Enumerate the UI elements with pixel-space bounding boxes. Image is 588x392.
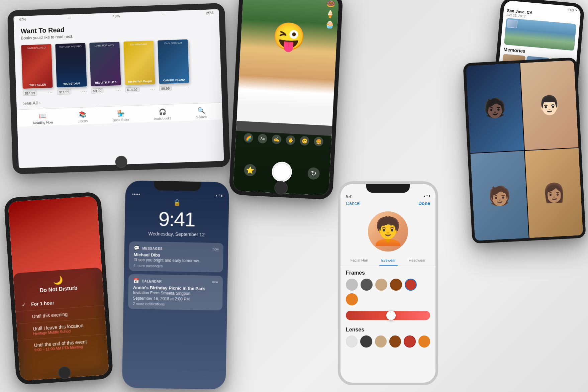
brush-tool[interactable]: ✍️ — [272, 134, 281, 144]
frames-color-slider — [340, 311, 435, 325]
status-left: 47% — [19, 17, 26, 22]
hand-icon: 🖐 — [288, 137, 294, 143]
list-item[interactable]: Elin Hilderbrand The Perfect Couple $14.… — [123, 40, 155, 92]
book-price-5[interactable]: $9.99 — [159, 86, 172, 91]
tab-audiobooks[interactable]: 🎧 Audiobooks — [154, 108, 171, 121]
book-price-1[interactable]: $14.99 — [23, 90, 37, 96]
facetime-tile-4[interactable]: 👩🏽 — [525, 148, 583, 238]
book-cover-1[interactable]: DAVID BALDACCI THE FALLEN — [21, 44, 53, 89]
slider-track[interactable] — [346, 311, 430, 320]
lens-swatch-tan[interactable] — [375, 335, 387, 348]
photos-location-photo[interactable] — [504, 18, 576, 51]
lens-swatch-orange[interactable] — [418, 335, 430, 348]
lenses-label: Lenses — [340, 325, 435, 335]
camera-subject: 😜 — [236, 0, 339, 136]
sticker-tool[interactable]: 🍔 — [314, 136, 323, 146]
memoji-status-icons: ▲ ᵂ ▮ — [423, 195, 430, 199]
text-tool[interactable]: Aa — [258, 133, 267, 143]
frames-color-options — [340, 279, 435, 311]
tab-book-store[interactable]: 🏪 Book Store — [112, 109, 129, 122]
color-swatch-orange[interactable] — [346, 293, 358, 305]
lens-swatch-red[interactable] — [404, 335, 415, 348]
lens-swatch-brown[interactable] — [389, 335, 401, 348]
book-dots-3[interactable]: ··· — [116, 87, 121, 93]
location-thumbnail — [507, 19, 517, 28]
tab-facial-hair[interactable]: Facial Hair — [349, 256, 370, 266]
lenses-color-options — [340, 335, 435, 348]
book-price-row-3: $9.99 ··· — [91, 87, 121, 94]
color-swatch-brown[interactable] — [390, 279, 402, 291]
iphone-camera-screen: 😜 🍩 🍦 🧁 🌈 Aa ✍️ — [233, 0, 339, 196]
lock-carrier: ●●●●● — [132, 193, 140, 196]
camera-tools-row: 🌈 Aa ✍️ 🖐 😊 🍔 — [243, 133, 323, 146]
photos-status-count: 203 > — [568, 8, 577, 12]
book-dots-5[interactable]: ··· — [184, 85, 189, 91]
tab-headwear[interactable]: Headwear — [407, 256, 427, 266]
lens-swatch-darkgray[interactable] — [360, 335, 372, 348]
cake-sticker: 🧁 — [325, 20, 334, 29]
book-dots-2[interactable]: ··· — [82, 88, 87, 94]
book-price-row-5: $9.99 ··· — [159, 85, 190, 91]
emoji-face-tool[interactable]: 😊 — [300, 136, 309, 145]
book-dots-1[interactable]: ··· — [48, 90, 53, 95]
camera-flip-button[interactable]: ↻ — [307, 167, 320, 180]
facetime-tile-3[interactable]: 🧑🏽 — [470, 151, 528, 241]
hand-tool[interactable]: 🖐 — [286, 135, 295, 145]
notification-calendar[interactable]: 📅 CALENDAR now Annie's Birthday Picnic i… — [128, 274, 223, 310]
tab-reading-now[interactable]: 📖 Reading Now — [32, 112, 53, 125]
text-icon: Aa — [260, 136, 265, 140]
book-price-4[interactable]: $14.99 — [125, 87, 139, 92]
flip-icon: ↻ — [311, 169, 317, 178]
camera-stickers-overlay: 🍩 🍦 🧁 — [325, 0, 335, 29]
list-item[interactable]: DAVID BALDACCI THE FALLEN $14.99 ··· — [21, 44, 53, 96]
status-mid: 43% — [112, 14, 120, 18]
lens-swatch-clear[interactable] — [346, 335, 358, 348]
calendar-icon: 📅 — [133, 278, 139, 283]
notification-messages[interactable]: 💬 MESSAGES now Michael Dibs I'll see you… — [129, 241, 223, 273]
ipad-home-button[interactable] — [115, 156, 127, 168]
slider-thumb[interactable] — [386, 311, 396, 320]
book-title-4: The Perfect Couple — [125, 78, 155, 85]
iphone-lock-screen: ●●●●● ▲ ᵂ ▮ 🔓 9:41 Wednesday, September … — [122, 180, 229, 389]
frames-label: Frames — [340, 266, 435, 279]
person-2-avatar: 👨🏻 — [520, 60, 578, 150]
tab-eyewear[interactable]: Eyewear — [379, 256, 398, 266]
facetime-tile-1[interactable]: 🧑🏿 — [466, 63, 524, 153]
color-swatch-tan[interactable] — [375, 279, 387, 291]
camera-shutter-button[interactable] — [271, 161, 292, 182]
color-swatch-silver[interactable] — [346, 279, 358, 291]
book-cover-2[interactable]: VICTORIA AVEYARD WAR STORM — [55, 43, 87, 87]
notif-calendar-header: 📅 CALENDAR now — [133, 278, 218, 285]
color-swatch-darkgray[interactable] — [361, 279, 373, 291]
ipad-books-device: 47% ··· 43% ··· 25% Want To Read Books y… — [7, 3, 230, 174]
book-price-row-1: $14.99 ··· — [23, 90, 53, 96]
dnd-option-2-label: Until this evening — [32, 312, 68, 319]
camera-effects-button[interactable]: ⭐ — [244, 164, 257, 177]
book-title-2: WAR STORM — [57, 81, 87, 88]
memoji-cancel-button[interactable]: Cancel — [346, 201, 361, 206]
color-swatch-red[interactable] — [405, 279, 417, 291]
memoji-done-button[interactable]: Done — [418, 201, 430, 206]
messages-icon: 💬 — [134, 245, 139, 251]
tab-library[interactable]: 📚 Library — [77, 111, 88, 123]
book-price-3[interactable]: $9.99 — [91, 88, 104, 93]
person-3-avatar: 🧑🏽 — [470, 151, 528, 241]
iphone-memoji-screen: 9:41 ▲ ᵂ ▮ Cancel Done 🧑‍🦱 Facial Hair E… — [340, 184, 435, 383]
iphone-camera-device: 😜 🍩 🍦 🧁 🌈 Aa ✍️ — [229, 0, 343, 200]
list-item[interactable]: JOHN GRISHAM CAMINO ISLAND $9.99 ··· — [158, 39, 189, 91]
book-author-2: VICTORIA AVEYARD — [55, 44, 85, 49]
book-cover-5[interactable]: JOHN GRISHAM CAMINO ISLAND — [158, 39, 189, 84]
list-item[interactable]: VICTORIA AVEYARD WAR STORM $11.99 ··· — [55, 43, 87, 95]
memoji-face: 🧑‍🦱 — [368, 211, 408, 252]
facetime-tile-2[interactable]: 👨🏻 — [520, 60, 578, 150]
effects-icon: ⭐ — [246, 166, 255, 174]
book-cover-3[interactable]: LIANE MORIARTY BIG LITTLE LIES — [89, 42, 121, 86]
book-dots-4[interactable]: ··· — [150, 86, 155, 92]
book-author-5: JOHN GRISHAM — [158, 41, 188, 45]
tab-search[interactable]: 🔍 Search — [196, 107, 207, 119]
book-cover-4[interactable]: Elin Hilderbrand The Perfect Couple — [123, 40, 155, 85]
emoji-tool[interactable]: 🌈 — [243, 133, 253, 142]
list-item[interactable]: LIANE MORIARTY BIG LITTLE LIES $9.99 ··· — [89, 42, 121, 94]
book-price-2[interactable]: $11.99 — [57, 89, 71, 94]
lock-screen-bg: ●●●●● ▲ ᵂ ▮ 🔓 9:41 Wednesday, September … — [122, 180, 229, 389]
